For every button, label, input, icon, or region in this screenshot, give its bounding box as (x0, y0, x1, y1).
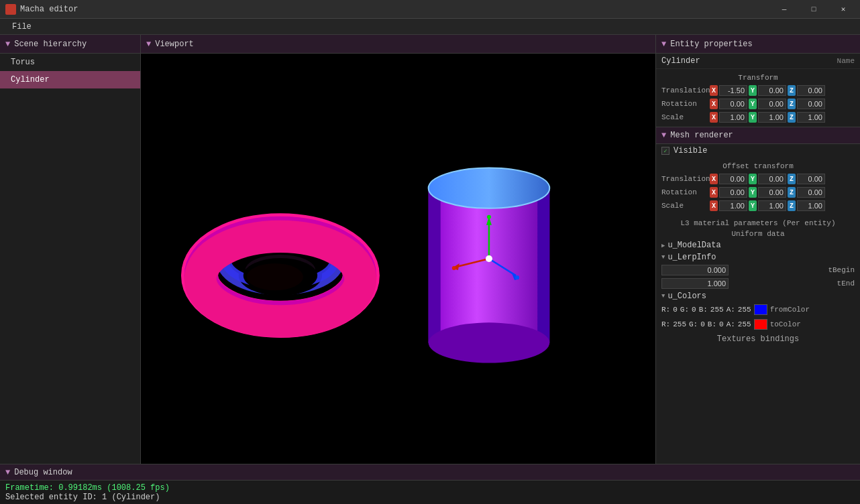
translation-row: Translation X Y Z (656, 84, 860, 97)
scale-label: Scale (661, 113, 708, 121)
from-color-g-label: G: (680, 306, 689, 314)
offset-ty-label: Y (749, 174, 757, 184)
offset-rotation-axes: X Y Z (710, 187, 855, 198)
from-color-r-label: R: (661, 306, 670, 314)
close-button[interactable]: ✕ (829, 0, 857, 19)
translation-y-input[interactable] (758, 85, 786, 96)
scene-hierarchy-panel: ▼ Scene hierarchy Torus Cylinder (0, 35, 141, 464)
entity-properties-arrow: ▼ (661, 40, 666, 49)
mesh-renderer-header[interactable]: ▼ Mesh renderer (656, 127, 860, 144)
debug-title: Debug window (14, 468, 72, 477)
viewport-arrow: ▼ (146, 40, 151, 49)
translation-z-input[interactable] (797, 85, 825, 96)
offset-sy-input[interactable] (758, 200, 786, 211)
svg-point-23 (486, 255, 492, 262)
window-controls: — □ ✕ (770, 0, 857, 19)
rotation-z-input[interactable] (797, 99, 825, 109)
transform-section: Transform Translation X Y Z Rotation X (656, 69, 860, 127)
offset-tz-input[interactable] (797, 174, 825, 184)
scene-hierarchy-arrow: ▼ (5, 40, 10, 49)
scale-y-input[interactable] (758, 112, 786, 123)
svg-rect-11 (429, 188, 550, 343)
rotation-y-input[interactable] (758, 99, 786, 109)
sidebar-item-cylinder[interactable]: Cylinder (0, 71, 140, 88)
debug-line2: Selected entity ID: 1 (Cylinder) (5, 493, 855, 502)
svg-point-24 (487, 215, 491, 219)
debug-content: Frametime: 0.99182ms (1008.25 fps) Selec… (0, 481, 860, 504)
debug-header: ▼ Debug window (0, 464, 860, 481)
offset-title: Offset transform (656, 160, 860, 172)
uniform-title: Uniform data (656, 229, 860, 239)
offset-ty-input[interactable] (758, 174, 786, 184)
scale-z-input[interactable] (797, 112, 825, 123)
svg-point-14 (429, 322, 550, 363)
translation-axes: X Y Z (710, 85, 855, 96)
svg-point-25 (452, 266, 456, 270)
offset-tz-label: Z (788, 174, 796, 184)
rotation-axes: X Y Z (710, 99, 855, 109)
mesh-renderer-title: Mesh renderer (670, 131, 733, 140)
offset-sz-input[interactable] (797, 200, 825, 211)
model-data-row[interactable]: ▶ u_ModelData (656, 239, 860, 251)
to-color-swatch[interactable] (754, 319, 767, 330)
scene-hierarchy-header: ▼ Scene hierarchy (0, 35, 140, 54)
lerp-collapse-icon: ▼ (661, 254, 665, 261)
to-color-a-label: A: (727, 320, 735, 328)
offset-scale-axes: X Y Z (710, 200, 855, 211)
offset-rotation-row: Rotation X Y Z (656, 186, 860, 199)
tbegin-input[interactable] (661, 265, 729, 275)
offset-rz-label: Z (788, 187, 796, 198)
to-color-b-val: 0 (719, 320, 724, 328)
viewport-header: ▼ Viewport (141, 35, 655, 54)
rotation-label: Rotation (661, 100, 708, 108)
offset-scale-label: Scale (661, 202, 708, 210)
translation-x-input[interactable] (719, 85, 747, 96)
offset-sz-label: Z (788, 200, 796, 211)
svg-rect-12 (429, 188, 441, 343)
colors-label: u_Colors (667, 292, 706, 301)
tend-row: tEnd (656, 277, 860, 290)
rotation-x-input[interactable] (719, 99, 747, 109)
tend-input[interactable] (661, 278, 729, 289)
debug-window: ▼ Debug window Frametime: 0.99182ms (100… (0, 464, 860, 504)
rotation-z-label: Z (788, 99, 796, 109)
transform-title: Transform (656, 72, 860, 84)
material-section: L3 material parameters (Per entity) Unif… (656, 215, 860, 349)
to-color-g-val: 0 (700, 320, 705, 328)
maximize-button[interactable]: □ (800, 0, 828, 19)
offset-sx-label: X (710, 200, 718, 211)
lerp-info-row[interactable]: ▼ u_LerpInfo (656, 251, 860, 263)
to-color-a-val: 255 (738, 320, 751, 328)
textures-row: Textures bindings (656, 332, 860, 346)
entity-name-label: Name (837, 57, 855, 65)
offset-rx-input[interactable] (719, 187, 747, 198)
scale-x-input[interactable] (719, 112, 747, 123)
translation-z-label: Z (788, 85, 796, 96)
translation-y-label: Y (749, 85, 757, 96)
from-color-b-label: B: (699, 306, 708, 314)
offset-rotation-label: Rotation (661, 188, 708, 196)
offset-translation-label: Translation (661, 175, 708, 183)
offset-transform-section: Offset transform Translation X Y Z Rotat… (656, 158, 860, 215)
from-color-a-val: 255 (738, 306, 751, 314)
entity-name-value: Cylinder (661, 56, 837, 66)
viewport-canvas[interactable] (141, 54, 655, 464)
from-color-a-label: A: (727, 306, 735, 314)
offset-tx-label: X (710, 174, 718, 184)
colors-row[interactable]: ▼ u_Colors (656, 290, 860, 302)
offset-rz-input[interactable] (797, 187, 825, 198)
offset-sx-input[interactable] (719, 200, 747, 211)
app-title: Macha editor (20, 5, 78, 14)
visible-checkbox[interactable] (661, 147, 669, 155)
offset-ry-input[interactable] (758, 187, 786, 198)
from-color-swatch[interactable] (754, 304, 767, 315)
titlebar: Macha editor — □ ✕ (0, 0, 860, 19)
translation-label: Translation (661, 86, 708, 94)
tbegin-row: tBegin (656, 263, 860, 277)
svg-point-26 (515, 275, 519, 279)
sidebar-item-torus[interactable]: Torus (0, 54, 140, 71)
offset-tx-input[interactable] (719, 174, 747, 184)
minimize-button[interactable]: — (770, 0, 798, 19)
offset-translation-axes: X Y Z (710, 174, 855, 184)
menu-file[interactable]: File (5, 21, 38, 33)
